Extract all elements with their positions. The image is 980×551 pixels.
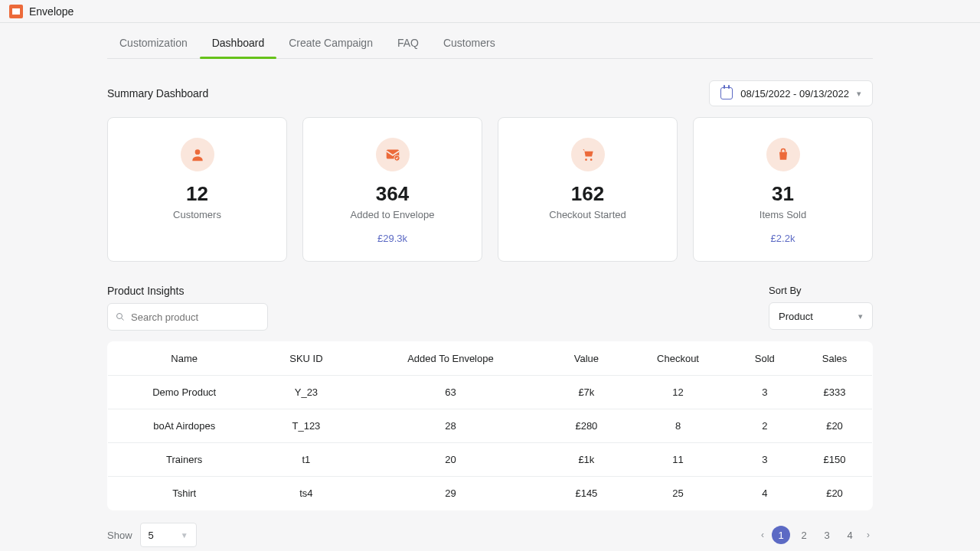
- search-input[interactable]: [131, 311, 260, 323]
- cell-sku: t1: [260, 443, 351, 477]
- card-label: Checkout Started: [549, 209, 626, 220]
- cell-sold: 2: [733, 409, 797, 443]
- column-header: Sales: [797, 342, 872, 376]
- card-subvalue: £29.3k: [377, 233, 407, 244]
- cell-name: Tshirt: [108, 477, 261, 510]
- card-value: 12: [186, 182, 208, 206]
- pager-page[interactable]: 3: [818, 526, 836, 544]
- app-name: Envelope: [29, 5, 74, 18]
- cell-name: boAt Airdopes: [108, 409, 261, 443]
- show-label: Show: [107, 530, 132, 541]
- column-header: Value: [549, 342, 623, 376]
- summary-card: 364Added to Envelope£29.3k: [302, 117, 482, 262]
- page-size-select[interactable]: 5 ▼: [140, 523, 197, 547]
- card-value: 364: [376, 182, 409, 206]
- calendar-icon: [720, 87, 733, 99]
- user-icon: [181, 138, 214, 171]
- pagination: ‹1234›: [758, 526, 873, 544]
- caret-down-icon: ▼: [181, 531, 188, 540]
- cell-added: 29: [351, 477, 549, 510]
- top-bar: Envelope: [0, 0, 980, 23]
- nav-tabs: CustomizationDashboardCreate CampaignFAQ…: [107, 28, 873, 59]
- column-header: Name: [108, 342, 261, 376]
- cell-value: £7k: [549, 376, 623, 409]
- card-label: Added to Envelope: [351, 209, 435, 220]
- card-label: Items Sold: [760, 209, 806, 220]
- table-row: Trainerst120£1k113£150: [108, 443, 873, 477]
- cell-checkout: 25: [623, 477, 732, 510]
- date-range-value: 08/15/2022 - 09/13/2022: [740, 88, 849, 99]
- pager-next[interactable]: ›: [864, 530, 873, 540]
- pager-page[interactable]: 4: [841, 526, 859, 544]
- search-icon: [116, 311, 125, 322]
- cell-name: Demo Product: [108, 376, 261, 409]
- table-row: Tshirtts429£145254£20: [108, 477, 873, 510]
- chevron-down-icon: ▾: [858, 311, 863, 321]
- cell-added: 20: [351, 443, 549, 477]
- column-header: Sold: [733, 342, 797, 376]
- svg-point-0: [194, 149, 200, 155]
- cell-value: £1k: [549, 443, 623, 477]
- column-header: SKU ID: [260, 342, 351, 376]
- cell-value: £280: [549, 409, 623, 443]
- cart-icon: [571, 138, 605, 171]
- svg-point-4: [590, 158, 592, 161]
- summary-cards: 12Customers364Added to Envelope£29.3k162…: [107, 117, 873, 262]
- app-logo-icon: [9, 5, 23, 18]
- cell-sku: Y_23: [260, 376, 351, 409]
- cell-checkout: 11: [623, 443, 732, 477]
- pager-prev[interactable]: ‹: [758, 530, 767, 540]
- page-size-value: 5: [149, 530, 154, 541]
- column-header: Added To Envelope: [351, 342, 549, 376]
- cell-sales: £20: [797, 477, 872, 510]
- bag-icon: [766, 138, 800, 171]
- product-table: NameSKU IDAdded To EnvelopeValueCheckout…: [107, 341, 873, 510]
- tab-customers[interactable]: Customers: [431, 28, 508, 58]
- table-row: Demo ProductY_2363£7k123£333: [108, 376, 873, 409]
- summary-card: 12Customers: [107, 117, 287, 262]
- pager-page[interactable]: 2: [795, 526, 813, 544]
- cell-sales: £150: [797, 443, 872, 477]
- chevron-down-icon: ▾: [857, 89, 861, 99]
- cell-sold: 3: [733, 376, 797, 409]
- cell-sold: 4: [733, 477, 797, 510]
- summary-card: 31Items Sold£2.2k: [693, 117, 873, 262]
- cell-sales: £333: [797, 376, 872, 409]
- cell-sold: 3: [733, 443, 797, 477]
- svg-point-3: [585, 158, 587, 161]
- insights-title: Product Insights: [107, 285, 268, 297]
- card-value: 162: [571, 182, 604, 206]
- date-range-picker[interactable]: 08/15/2022 - 09/13/2022 ▾: [709, 80, 873, 106]
- summary-card: 162Checkout Started: [498, 117, 678, 262]
- product-search[interactable]: [107, 303, 268, 331]
- cell-checkout: 8: [623, 409, 732, 443]
- sort-select[interactable]: Product ▾: [769, 302, 873, 330]
- cell-sales: £20: [797, 409, 872, 443]
- envelope-icon: [376, 138, 410, 171]
- cell-sku: ts4: [260, 477, 351, 510]
- tab-create-campaign[interactable]: Create Campaign: [276, 28, 385, 58]
- column-header: Checkout: [623, 342, 732, 376]
- svg-point-5: [117, 314, 122, 319]
- pager-page[interactable]: 1: [772, 526, 790, 544]
- sort-value: Product: [779, 311, 813, 322]
- cell-checkout: 12: [623, 376, 732, 409]
- card-value: 31: [772, 182, 794, 206]
- tab-dashboard[interactable]: Dashboard: [200, 28, 277, 58]
- sort-label: Sort By: [769, 285, 873, 296]
- card-subvalue: £2.2k: [771, 233, 795, 244]
- table-row: boAt AirdopesT_12328£28082£20: [108, 409, 873, 443]
- summary-title: Summary Dashboard: [107, 87, 208, 99]
- card-label: Customers: [173, 209, 221, 220]
- cell-name: Trainers: [108, 443, 261, 477]
- tab-faq[interactable]: FAQ: [385, 28, 431, 58]
- svg-line-6: [122, 318, 124, 321]
- tab-customization[interactable]: Customization: [107, 28, 200, 58]
- cell-value: £145: [549, 477, 623, 510]
- cell-added: 28: [351, 409, 549, 443]
- cell-added: 63: [351, 376, 549, 409]
- cell-sku: T_123: [260, 409, 351, 443]
